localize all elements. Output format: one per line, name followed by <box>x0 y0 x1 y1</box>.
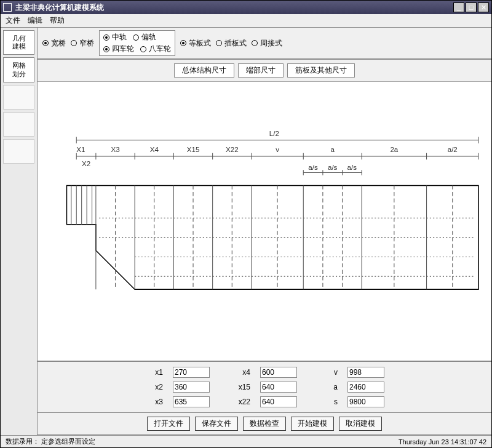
input-a[interactable] <box>347 382 384 393</box>
menubar: 文件 编辑 帮助 <box>1 14 491 28</box>
close-button[interactable]: ✕ <box>478 2 489 12</box>
dim-X1: X1 <box>76 146 85 153</box>
radio-narrow-label: 窄桥 <box>79 38 94 49</box>
dim-2a: 2a <box>390 146 398 153</box>
tab-rib[interactable]: 筋板及其他尺寸 <box>287 63 355 78</box>
dim-v: v <box>276 146 279 153</box>
radio-off-rail[interactable]: 偏轨 <box>133 32 156 42</box>
tab-end[interactable]: 端部尺寸 <box>238 63 284 78</box>
radio-insert-plate[interactable]: 插板式 <box>216 38 247 49</box>
actions-row: 打开文件 保存文件 数据检查 开始建模 取消建模 <box>38 413 491 435</box>
radio-weld-style[interactable]: 周接式 <box>252 38 282 49</box>
sidebar-btn-geometry[interactable]: 几何 建模 <box>3 30 34 55</box>
input-s[interactable] <box>347 396 384 407</box>
input-x2[interactable] <box>173 382 210 393</box>
input-v[interactable] <box>347 367 384 378</box>
dim-X22: X22 <box>226 146 239 153</box>
menu-help[interactable]: 帮助 <box>50 15 65 26</box>
dim-X2: X2 <box>82 160 90 167</box>
radio-wide-label: 宽桥 <box>51 38 66 49</box>
radio-weld-style-label: 周接式 <box>260 38 282 49</box>
label-x2: x2 <box>138 383 163 391</box>
dim-X4: X4 <box>150 146 159 153</box>
sidebar-slot-2 <box>3 112 34 137</box>
input-x3[interactable] <box>173 396 210 407</box>
sidebar-slot-1 <box>3 85 34 110</box>
tabs: 总体结构尺寸 端部尺寸 筋板及其他尺寸 <box>38 60 491 82</box>
app-window: 主梁非典化计算机建模系统 _ □ ✕ 文件 编辑 帮助 几何 建模 网格 划分 … <box>0 0 492 448</box>
radio-equal-plate[interactable]: 等板式 <box>180 38 211 49</box>
dim-a2: a/2 <box>448 146 458 153</box>
dim-as2: a/s <box>328 164 338 171</box>
menu-edit[interactable]: 编辑 <box>28 15 42 26</box>
beam-diagram: L/2 X1 <box>38 82 491 361</box>
sidebar-btn-mesh[interactable]: 网格 划分 <box>3 57 34 82</box>
titlebar: 主梁非典化计算机建模系统 _ □ ✕ <box>1 1 491 14</box>
radio-center-rail-label: 中轨 <box>112 32 127 42</box>
params-grid: x1 x4 v x2 x15 a x3 x22 s <box>138 367 391 407</box>
statusbar: 数据录用： 定参选组界面设定 Thursday Jun 23 14:31:07 … <box>1 435 491 447</box>
radio-insert-plate-label: 插板式 <box>224 38 247 49</box>
dim-as1: a/s <box>308 164 318 171</box>
input-x4[interactable] <box>260 367 297 378</box>
body: 几何 建模 网格 划分 宽桥 窄桥 中轨 偏轨 四车轮 <box>1 28 491 435</box>
save-file-button[interactable]: 保存文件 <box>195 417 238 431</box>
radio-narrow[interactable]: 窄桥 <box>71 38 94 49</box>
group-width: 宽桥 窄桥 <box>42 38 94 49</box>
label-x15: x15 <box>226 383 250 391</box>
input-x1[interactable] <box>173 367 210 378</box>
window-controls: _ □ ✕ <box>453 2 489 12</box>
dim-a: a <box>330 146 335 153</box>
radio-equal-plate-label: 等板式 <box>189 38 211 49</box>
params-panel: x1 x4 v x2 x15 a x3 x22 s <box>38 362 491 413</box>
input-x15[interactable] <box>260 382 297 393</box>
radio-off-rail-label: 偏轨 <box>141 32 156 42</box>
diagram-area: L/2 X1 <box>38 82 491 362</box>
window-title: 主梁非典化计算机建模系统 <box>15 2 453 13</box>
check-data-button[interactable]: 数据检查 <box>243 417 286 431</box>
label-v: v <box>313 368 338 377</box>
radio-four-wheel[interactable]: 四车轮 <box>103 44 134 54</box>
tab-overall[interactable]: 总体结构尺寸 <box>174 63 234 78</box>
sidebar-slot-3 <box>3 139 34 164</box>
status-left: 数据录用： 定参选组界面设定 <box>6 437 95 446</box>
label-a: a <box>313 383 338 391</box>
label-s: s <box>313 398 338 406</box>
dim-X15: X15 <box>187 146 200 153</box>
label-x22: x22 <box>226 398 250 406</box>
menu-file[interactable]: 文件 <box>6 15 20 26</box>
start-model-button[interactable]: 开始建模 <box>291 417 334 431</box>
minimize-button[interactable]: _ <box>453 2 464 12</box>
options-row: 宽桥 窄桥 中轨 偏轨 四车轮 八车轮 等板式 插板式 周接式 <box>38 28 491 60</box>
label-x3: x3 <box>138 398 163 406</box>
label-x4: x4 <box>226 368 250 377</box>
main-area: 宽桥 窄桥 中轨 偏轨 四车轮 八车轮 等板式 插板式 周接式 <box>38 28 491 435</box>
input-x22[interactable] <box>260 396 297 407</box>
group-plate-style: 等板式 插板式 周接式 <box>180 38 282 49</box>
dim-as3: a/s <box>347 164 357 171</box>
open-file-button[interactable]: 打开文件 <box>147 417 190 431</box>
dim-half-L: L/2 <box>269 130 279 137</box>
radio-center-rail[interactable]: 中轨 <box>103 32 127 42</box>
status-right: Thursday Jun 23 14:31:07 42 <box>399 438 486 446</box>
radio-eight-wheel-label: 八车轮 <box>149 44 171 54</box>
dim-X3: X3 <box>111 146 119 153</box>
radio-wide[interactable]: 宽桥 <box>42 38 66 49</box>
maximize-button[interactable]: □ <box>466 2 477 12</box>
radio-eight-wheel[interactable]: 八车轮 <box>140 44 171 54</box>
group-rail-wheel: 中轨 偏轨 四车轮 八车轮 <box>99 30 175 56</box>
radio-four-wheel-label: 四车轮 <box>112 44 134 54</box>
label-x1: x1 <box>138 368 163 377</box>
sidebar: 几何 建模 网格 划分 <box>1 28 38 435</box>
cancel-model-button[interactable]: 取消建模 <box>339 417 382 431</box>
app-icon <box>3 3 12 12</box>
